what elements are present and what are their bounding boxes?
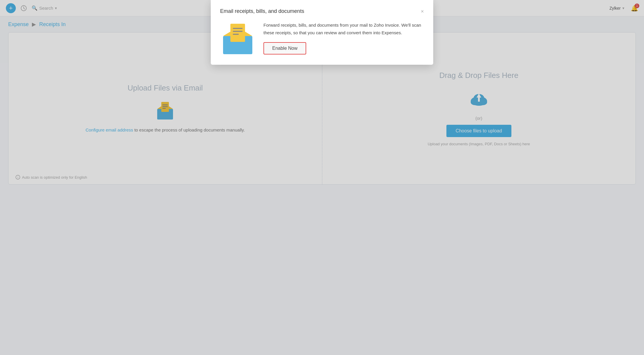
modal-body: Forward receipts, bills, and documents f… (220, 21, 424, 57)
modal-email-icon (220, 21, 255, 57)
modal-overlay: Email receipts, bills, and documents × F… (0, 0, 644, 355)
modal-close-button[interactable]: × (421, 9, 424, 14)
modal-header: Email receipts, bills, and documents × (220, 8, 424, 14)
modal-text-area: Forward receipts, bills, and documents f… (263, 21, 424, 54)
modal-title: Email receipts, bills, and documents (220, 8, 304, 14)
enable-now-button[interactable]: Enable Now (263, 42, 306, 54)
svg-rect-15 (230, 24, 245, 42)
email-modal: Email receipts, bills, and documents × F… (211, 0, 433, 65)
modal-description: Forward receipts, bills, and documents f… (263, 21, 424, 36)
